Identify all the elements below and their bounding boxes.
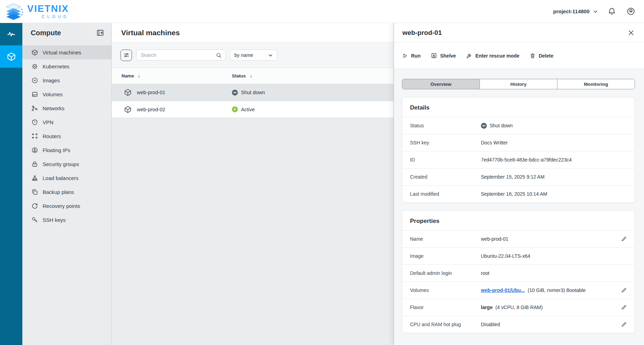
account-button[interactable]	[626, 7, 636, 16]
panel-tabs: Overview History Monitoring	[402, 79, 635, 89]
collapse-sidebar-button[interactable]	[96, 29, 104, 37]
status-active-icon	[232, 106, 238, 112]
sidebar-item-recovery-points[interactable]: Recovery points	[22, 199, 111, 213]
property-row-flavor: Flavor large (4 vCPU, 8 GiB RAM)	[402, 299, 635, 316]
detail-value: September 16, 2025 10:14 AM	[481, 191, 547, 197]
column-header-name: Name	[122, 73, 134, 78]
sidebar-item-kubernetes[interactable]: Kubernetes	[22, 59, 111, 73]
sort-descending-icon[interactable]	[249, 74, 254, 78]
sidebar-item-images[interactable]: Images	[22, 73, 111, 87]
chevron-down-icon	[593, 9, 598, 14]
edit-pencil-icon[interactable]	[621, 305, 627, 310]
sidebar-item-ssh-keys[interactable]: SSH keys	[22, 213, 111, 227]
sidebar-item-security-groups[interactable]: Security groups	[22, 157, 111, 171]
sidebar-item-load-balancers[interactable]: Load balancers	[22, 171, 111, 185]
filters-button[interactable]	[120, 50, 132, 61]
search-mode-select[interactable]: by name	[230, 50, 277, 61]
run-button[interactable]: Run	[402, 53, 420, 59]
detail-value: Docs Writter	[481, 140, 508, 145]
detail-label: ID	[410, 157, 481, 163]
vm-detail-panel: web-prod-01 Run Shelve Enter rescue mode	[394, 23, 644, 345]
edit-pencil-icon[interactable]	[621, 322, 627, 328]
tab-history[interactable]: History	[480, 79, 557, 89]
property-label: Default admin login	[410, 270, 481, 276]
sidebar-title: Compute	[31, 29, 61, 37]
search-input[interactable]	[141, 52, 216, 58]
close-icon	[628, 29, 635, 36]
project-switcher[interactable]: project-114800	[553, 8, 598, 14]
close-panel-button[interactable]	[627, 28, 636, 37]
hierarchy-icon	[31, 175, 38, 181]
vm-name: web-prod-02	[137, 107, 165, 112]
sidebar-item-routers[interactable]: Routers	[22, 129, 111, 143]
rail-item-monitoring[interactable]	[0, 23, 22, 45]
sort-descending-icon[interactable]	[137, 74, 141, 78]
tab-overview[interactable]: Overview	[402, 79, 480, 89]
delete-label: Delete	[539, 53, 553, 59]
edit-pencil-icon[interactable]	[621, 236, 627, 242]
sidebar-item-label: Backup plans	[43, 189, 74, 195]
detail-label: Last modified	[410, 191, 481, 197]
trash-icon	[530, 53, 535, 59]
sidebar-item-networks[interactable]: Networks	[22, 101, 111, 115]
cube-icon	[124, 106, 132, 113]
property-value: root	[481, 270, 489, 276]
key-icon	[31, 217, 38, 223]
sidebar-item-vpn[interactable]: VPN	[22, 115, 111, 129]
details-card: Details Status Shut down SSH key Docs Wr…	[402, 97, 635, 203]
status-shutdown-icon	[232, 90, 238, 96]
cube-icon	[124, 89, 132, 96]
sidebar-item-label: SSH keys	[43, 217, 66, 223]
table-row-web-prod-02[interactable]: web-prod-02 Active	[112, 101, 394, 118]
properties-card: Properties Name web-prod-01 Image Ubuntu…	[402, 210, 635, 333]
disc-icon	[31, 77, 38, 84]
tab-monitoring[interactable]: Monitoring	[557, 79, 635, 89]
sliders-icon	[123, 52, 130, 58]
sidebar-item-volumes[interactable]: Volumes	[22, 87, 111, 101]
network-nodes-icon	[31, 105, 38, 112]
sidebar-item-floating-ips[interactable]: Floating IPs	[22, 143, 111, 157]
page-title: Virtual machines	[121, 29, 180, 37]
play-icon	[402, 53, 408, 59]
flavor-name: large	[481, 305, 492, 310]
shelve-button[interactable]: Shelve	[431, 53, 456, 59]
detail-value: September 15, 2025 9:12 AM	[481, 174, 544, 180]
helm-wheel-icon	[31, 63, 38, 70]
property-label: Flavor	[410, 305, 481, 310]
notifications-button[interactable]	[607, 7, 617, 16]
detail-label: Status	[410, 123, 481, 128]
property-row-name: Name web-prod-01	[402, 230, 635, 247]
cube-icon	[7, 52, 16, 61]
sidebar-item-backup-plans[interactable]: Backup plans	[22, 185, 111, 199]
shield-icon	[31, 119, 38, 126]
property-value: (4 vCPU, 8 GiB RAM)	[495, 305, 542, 310]
shelve-label: Shelve	[440, 53, 456, 59]
sidebar-item-label: VPN	[43, 119, 53, 125]
search-box	[136, 50, 226, 61]
anchor-circle-icon	[31, 147, 38, 153]
enter-rescue-mode-button[interactable]: Enter rescue mode	[466, 53, 519, 59]
module-rail	[0, 23, 22, 345]
detail-row-status: Status Shut down	[402, 117, 635, 134]
rescue-label: Enter rescue mode	[475, 53, 519, 59]
delete-button[interactable]: Delete	[530, 53, 553, 59]
panel-collapse-icon	[96, 29, 104, 37]
restore-arrow-icon	[31, 203, 38, 209]
vm-name: web-prod-01	[137, 90, 165, 95]
edit-pencil-icon[interactable]	[621, 287, 627, 293]
sidebar-item-virtual-machines[interactable]: Virtual machines	[22, 45, 111, 59]
status-badge: Shut down	[241, 90, 265, 95]
sidebar-item-label: Virtual machines	[43, 50, 81, 55]
volume-link[interactable]: web-prod-01/Ubu...	[481, 287, 525, 293]
sidebar-item-label: Routers	[43, 133, 61, 139]
vm-action-bar: Run Shelve Enter rescue mode Delete	[394, 43, 644, 69]
search-icon	[216, 52, 222, 58]
detail-label: SSH key	[410, 140, 481, 145]
padlock-icon	[31, 161, 38, 167]
brand-sub: CLOUD	[42, 15, 69, 19]
table-row-web-prod-01[interactable]: web-prod-01 Shut down	[112, 84, 394, 101]
property-value: Disabled	[481, 322, 500, 327]
rail-item-compute[interactable]	[0, 45, 22, 68]
property-label: Image	[410, 253, 481, 259]
activity-icon	[7, 30, 16, 39]
